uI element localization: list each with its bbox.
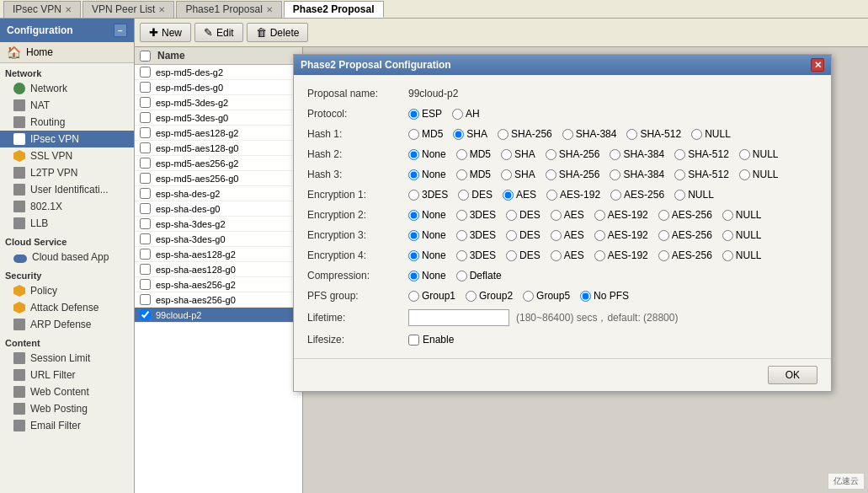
- enc3-aes256[interactable]: AES-256: [658, 229, 712, 241]
- list-item[interactable]: esp-md5-aes256-g0: [135, 171, 302, 186]
- list-item[interactable]: esp-sha-aes128-g2: [135, 247, 302, 262]
- sidebar-item-network[interactable]: Network: [0, 80, 134, 97]
- list-item[interactable]: esp-md5-des-g0: [135, 80, 302, 95]
- protocol-ah[interactable]: AH: [452, 108, 480, 120]
- dialog-close-button[interactable]: ✕: [811, 58, 824, 72]
- list-item-checkbox[interactable]: [140, 279, 151, 290]
- sidebar-item-nat[interactable]: NAT: [0, 97, 134, 114]
- pfs-group5[interactable]: Group5: [523, 290, 570, 302]
- sidebar-home-item[interactable]: 🏠 Home: [0, 42, 134, 63]
- sidebar-item-web-posting[interactable]: Web Posting: [0, 400, 134, 417]
- protocol-esp[interactable]: ESP: [408, 108, 442, 120]
- hash2-sha[interactable]: SHA: [501, 148, 535, 160]
- list-item[interactable]: esp-sha-des-g0: [135, 201, 302, 217]
- enc2-aes192[interactable]: AES-192: [594, 209, 648, 221]
- list-item[interactable]: esp-sha-des-g2: [135, 186, 302, 201]
- sidebar-item-attack-defense[interactable]: Attack Defense: [0, 299, 134, 316]
- sidebar-item-arp-defense[interactable]: ARP Defense: [0, 316, 134, 333]
- ok-button[interactable]: OK: [768, 366, 817, 384]
- compression-deflate[interactable]: Deflate: [456, 270, 502, 281]
- sidebar-item-email-filter[interactable]: Email Filter: [0, 417, 134, 434]
- hash2-sha512[interactable]: SHA-512: [674, 148, 729, 160]
- lifetime-input[interactable]: 86400: [408, 309, 509, 326]
- hash3-null[interactable]: NULL: [739, 169, 779, 180]
- list-item-checkbox[interactable]: [140, 158, 151, 169]
- list-item[interactable]: esp-md5-des-g2: [135, 65, 302, 80]
- enc1-des[interactable]: DES: [458, 189, 493, 201]
- list-item-checkbox[interactable]: [140, 188, 151, 199]
- sidebar-item-802-1x[interactable]: 802.1X: [0, 198, 134, 215]
- list-item[interactable]: esp-sha-aes128-g0: [135, 262, 302, 277]
- sidebar-item-cloud-based[interactable]: Cloud based App: [0, 249, 134, 265]
- enc2-des[interactable]: DES: [506, 209, 541, 221]
- hash2-null[interactable]: NULL: [739, 148, 779, 160]
- tab-phase2-proposal[interactable]: Phase2 Proposal: [284, 1, 384, 18]
- enc2-aes[interactable]: AES: [551, 209, 584, 221]
- enc2-aes256[interactable]: AES-256: [658, 209, 712, 221]
- list-item-checkbox[interactable]: [140, 218, 151, 229]
- hash1-sha384[interactable]: SHA-384: [562, 128, 617, 140]
- enc1-aes192[interactable]: AES-192: [546, 189, 600, 201]
- enc4-aes192[interactable]: AES-192: [594, 249, 648, 261]
- sidebar-item-session-limit[interactable]: Session Limit: [0, 350, 134, 367]
- enc1-null[interactable]: NULL: [674, 189, 714, 201]
- hash3-md5[interactable]: MD5: [456, 169, 491, 180]
- list-item-checkbox[interactable]: [140, 82, 151, 93]
- enc4-aes[interactable]: AES: [551, 249, 584, 261]
- list-item-checkbox[interactable]: [140, 173, 151, 184]
- hash2-md5[interactable]: MD5: [456, 148, 491, 160]
- new-button[interactable]: ✚ New: [140, 23, 191, 42]
- sidebar-item-user-id[interactable]: User Identificati...: [0, 181, 134, 198]
- list-item[interactable]: esp-md5-3des-g0: [135, 110, 302, 126]
- hash1-sha[interactable]: SHA: [453, 128, 487, 140]
- hash1-md5[interactable]: MD5: [408, 128, 443, 140]
- sidebar-item-policy[interactable]: Policy: [0, 282, 134, 299]
- enc3-none[interactable]: None: [408, 229, 446, 241]
- hash2-none[interactable]: None: [408, 148, 446, 160]
- hash3-sha384[interactable]: SHA-384: [610, 169, 664, 180]
- compression-none[interactable]: None: [408, 270, 446, 281]
- enc4-aes256[interactable]: AES-256: [658, 249, 712, 261]
- list-item[interactable]: esp-md5-aes128-g0: [135, 141, 302, 156]
- list-item-checkbox[interactable]: [140, 233, 151, 244]
- enc4-3des[interactable]: 3DES: [456, 249, 496, 261]
- hash3-sha[interactable]: SHA: [501, 169, 535, 180]
- enc3-null[interactable]: NULL: [722, 229, 762, 241]
- sidebar-item-routing[interactable]: Routing: [0, 114, 134, 131]
- lifesize-checkbox-input[interactable]: [408, 335, 419, 346]
- tab-close-icon[interactable]: ✕: [65, 5, 72, 14]
- lifesize-checkbox[interactable]: Enable: [408, 334, 454, 346]
- enc4-null[interactable]: NULL: [722, 249, 762, 261]
- hash3-sha256[interactable]: SHA-256: [546, 169, 600, 180]
- enc3-3des[interactable]: 3DES: [456, 229, 496, 241]
- list-item[interactable]: esp-sha-3des-g2: [135, 217, 302, 232]
- tab-close-icon[interactable]: ✕: [266, 5, 273, 14]
- enc2-null[interactable]: NULL: [722, 209, 762, 221]
- enc2-none[interactable]: None: [408, 209, 446, 221]
- hash3-sha512[interactable]: SHA-512: [674, 169, 729, 180]
- tab-ipsec-vpn[interactable]: IPsec VPN ✕: [3, 1, 81, 18]
- list-item-checkbox[interactable]: [140, 112, 151, 123]
- pfs-group2[interactable]: Group2: [466, 290, 513, 302]
- tab-phase1-proposal[interactable]: Phase1 Proposal ✕: [176, 1, 281, 18]
- sidebar-item-l2tp-vpn[interactable]: L2TP VPN: [0, 164, 134, 181]
- tab-vpn-peer-list[interactable]: VPN Peer List ✕: [83, 1, 174, 18]
- list-item-checkbox[interactable]: [140, 67, 151, 78]
- hash1-sha512[interactable]: SHA-512: [626, 128, 681, 140]
- list-item-checkbox[interactable]: [140, 203, 151, 214]
- list-item-checkbox[interactable]: [140, 97, 151, 108]
- list-item-checkbox[interactable]: [140, 294, 151, 305]
- list-item-checkbox[interactable]: [140, 249, 151, 260]
- sidebar-item-ipsec-vpn[interactable]: IPsec VPN: [0, 131, 134, 147]
- hash1-null[interactable]: NULL: [691, 128, 731, 140]
- list-item-checkbox[interactable]: [140, 127, 151, 138]
- select-all-checkbox[interactable]: [140, 51, 151, 62]
- list-item[interactable]: esp-md5-aes128-g2: [135, 126, 302, 141]
- edit-button[interactable]: ✎ Edit: [194, 23, 243, 42]
- enc1-3des[interactable]: 3DES: [408, 189, 448, 201]
- delete-button[interactable]: 🗑 Delete: [247, 23, 309, 42]
- enc3-aes192[interactable]: AES-192: [594, 229, 648, 241]
- sidebar-item-url-filter[interactable]: URL Filter: [0, 367, 134, 383]
- enc2-3des[interactable]: 3DES: [456, 209, 496, 221]
- list-item[interactable]: esp-md5-3des-g2: [135, 95, 302, 110]
